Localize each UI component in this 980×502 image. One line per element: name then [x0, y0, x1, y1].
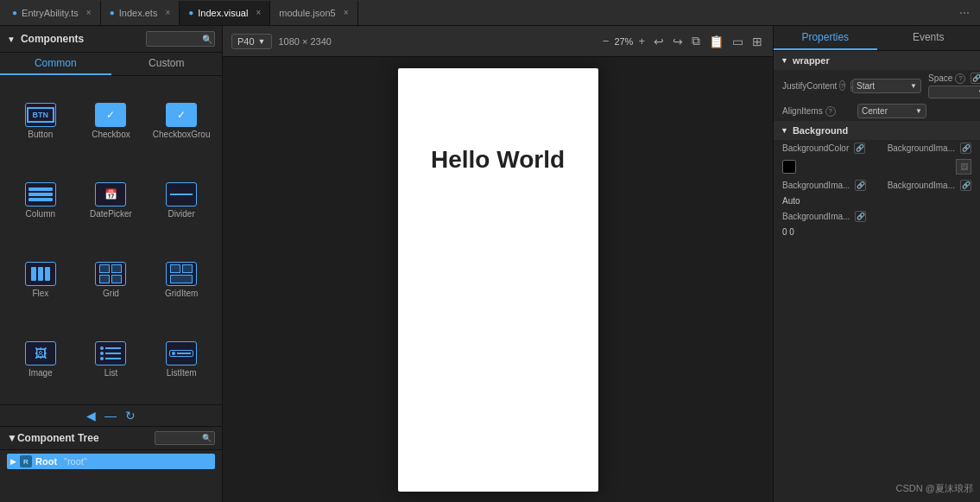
paste-button[interactable]: 📋 [707, 33, 725, 50]
bg-image2-right-link-icon[interactable]: 🔗 [960, 180, 971, 191]
background-color-value-row: 🖼 [774, 156, 980, 177]
component-tree-title: Component Tree [17, 432, 99, 444]
grid-view-button[interactable]: ⊞ [750, 33, 764, 50]
image-label: Image [28, 368, 53, 378]
bg-color-label: BackgroundColor 🔗 [782, 143, 865, 154]
bg-image2-right-label: BackgroundIma... 🔗 [888, 180, 971, 191]
bg-image2-label: BackgroundIma... 🔗 [782, 180, 866, 191]
justify-content-help[interactable]: ? [839, 80, 844, 91]
components-search-input[interactable] [150, 34, 202, 44]
space-link-icon[interactable]: 🔗 [971, 73, 980, 84]
bg-image3-row: BackgroundIma... 🔗 [774, 208, 980, 225]
wrapper-section-header[interactable]: ▼ wrapper [774, 51, 980, 70]
tab-index-ets[interactable]: ● Index.ets × [101, 1, 180, 25]
background-color-swatch[interactable] [782, 160, 796, 174]
background-color-row: BackgroundColor 🔗 BackgroundIma... 🔗 [774, 140, 980, 156]
bg-color-link-icon[interactable]: 🔗 [854, 143, 865, 154]
tree-collapse-icon[interactable]: ▼ [7, 432, 17, 444]
wrapper-collapse-icon: ▼ [781, 56, 788, 65]
background-title: Background [793, 125, 848, 136]
redo-button[interactable]: ↪ [671, 33, 685, 50]
close-icon[interactable]: × [344, 8, 349, 17]
griditem-component-icon [166, 262, 197, 286]
zoom-control: − 27% + [603, 35, 645, 48]
zoom-out-button[interactable]: − [603, 35, 610, 48]
component-grid[interactable]: Grid [78, 242, 145, 318]
tab-module-json5[interactable]: module.json5 × [270, 1, 357, 25]
layout-button[interactable]: ▭ [730, 33, 745, 50]
tab-entryability[interactable]: ● EntryAbility.ts × [3, 1, 101, 25]
device-selector[interactable]: P40 ▼ [231, 34, 272, 49]
checkbox-label: Checkbox [92, 130, 130, 139]
component-datepicker[interactable]: 📅 DatePicker [78, 162, 145, 238]
right-panel-tabs: Properties Events [774, 26, 980, 51]
canvas-area: P40 ▼ 1080 × 2340 − 27% + ↩ ↪ ⧉ 📋 ▭ ⊞ [223, 26, 773, 502]
align-items-help[interactable]: ? [825, 106, 836, 117]
copy-button[interactable]: ⧉ [690, 32, 702, 50]
search-icon: 🔍 [202, 35, 212, 44]
grid-label: Grid [103, 289, 119, 298]
component-checkbox[interactable]: Checkbox [78, 83, 145, 159]
component-list[interactable]: List [78, 321, 145, 397]
column-label: Column [26, 209, 55, 219]
component-checkboxgroup[interactable]: CheckboxGrou [148, 83, 215, 159]
component-button[interactable]: BTN Button [7, 83, 74, 159]
csdn-watermark: CSDN @夏沫琅邪 [896, 482, 973, 495]
tab-custom[interactable]: Custom [111, 53, 223, 75]
space-select[interactable]: ▼ [928, 86, 980, 98]
refresh-icon[interactable]: ↻ [125, 409, 136, 423]
tab-events[interactable]: Events [877, 26, 981, 50]
component-griditem[interactable]: GridItem [148, 242, 215, 318]
space-label: Space ? 🔗 [928, 73, 980, 84]
bg-image-link-icon[interactable]: 🔗 [960, 143, 971, 154]
bg-image3-link-icon[interactable]: 🔗 [855, 211, 866, 222]
tree-search-icon: 🔍 [202, 434, 212, 442]
wrapper-title: wrapper [793, 55, 830, 66]
bg-image3-label: BackgroundIma... 🔗 [782, 211, 866, 222]
align-items-select[interactable]: Center ▼ [857, 104, 926, 118]
collapse-icon[interactable]: ▼ [7, 35, 16, 44]
button-component-icon: BTN [25, 103, 56, 127]
listitem-component-icon [166, 341, 197, 365]
bg-image2-link-icon[interactable]: 🔗 [855, 180, 866, 191]
component-flex[interactable]: Flex [7, 242, 74, 318]
component-divider[interactable]: Divider [148, 162, 215, 238]
tab-index-visual[interactable]: ● Index.visual × [180, 1, 270, 25]
hello-world-text: Hello World [431, 146, 565, 174]
component-grid: BTN Button Checkbox CheckboxGrou [0, 76, 222, 404]
list-component-icon [95, 341, 126, 365]
zoom-in-button[interactable]: + [638, 35, 645, 48]
component-listitem[interactable]: ListItem [148, 321, 215, 397]
close-icon[interactable]: × [86, 8, 92, 17]
background-section-header[interactable]: ▼ Background [774, 121, 980, 140]
component-tree-header: ▼ Component Tree 🔍 [0, 426, 222, 450]
canvas-viewport: Hello World [223, 57, 773, 502]
justify-content-label: JustifyContent ? 🔗 [782, 80, 847, 92]
chevron-down-icon: ▼ [258, 37, 266, 46]
background-collapse-icon: ▼ [781, 126, 788, 135]
tab-common[interactable]: Common [0, 53, 111, 75]
tab-properties[interactable]: Properties [774, 26, 877, 50]
root-node-icon: R [20, 455, 32, 467]
scroll-right-icon[interactable]: — [104, 409, 117, 423]
component-column[interactable]: Column [7, 162, 74, 238]
list-label: List [104, 368, 118, 378]
tree-expand-icon: ▶ [10, 457, 16, 466]
more-tabs-button[interactable]: ⋯ [952, 7, 977, 19]
tree-row-root[interactable]: ▶ R Root "root" [7, 454, 215, 469]
background-image-placeholder[interactable]: 🖼 [956, 159, 971, 175]
root-value: "root" [64, 456, 87, 467]
component-image[interactable]: 🖼 Image [7, 321, 74, 397]
root-label: Root [35, 456, 57, 467]
justify-content-row: JustifyContent ? 🔗 Start ▼ Space ? 🔗 [774, 70, 980, 101]
scroll-left-icon[interactable]: ◀ [86, 409, 96, 423]
tab-bar: ● EntryAbility.ts × ● Index.ets × ● Inde… [0, 0, 980, 26]
justify-content-select[interactable]: Start ▼ [852, 79, 921, 93]
space-help[interactable]: ? [955, 73, 965, 84]
close-icon[interactable]: × [256, 8, 261, 17]
toolbar-actions: ↩ ↪ ⧉ 📋 ▭ ⊞ [652, 32, 764, 50]
close-icon[interactable]: × [165, 8, 170, 17]
column-component-icon [25, 182, 56, 207]
undo-button[interactable]: ↩ [652, 33, 666, 50]
tree-search-input[interactable] [159, 434, 202, 443]
